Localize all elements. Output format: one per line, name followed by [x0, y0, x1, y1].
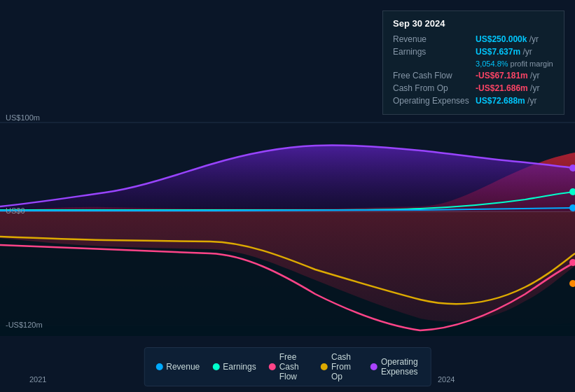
x-label-2021: 2021	[29, 375, 46, 384]
y-label-120m: -US$120m	[6, 321, 43, 329]
legend-label-revenue: Revenue	[166, 362, 200, 372]
tooltip-value-opex: US$72.688m /yr	[476, 94, 554, 107]
legend-label-cashop: Cash From Op	[331, 352, 358, 382]
chart-legend: Revenue Earnings Free Cash Flow Cash Fro…	[144, 347, 431, 386]
legend-item-opex[interactable]: Operating Expenses	[370, 352, 420, 382]
tooltip-label-revenue: Revenue	[393, 33, 476, 46]
legend-item-cashop[interactable]: Cash From Op	[321, 352, 358, 382]
tooltip-label-earnings: Earnings	[393, 46, 476, 58]
tooltip-value-cashop: -US$21.686m /yr	[476, 82, 554, 94]
legend-dot-revenue	[155, 363, 162, 370]
tooltip-label-fcf: Free Cash Flow	[393, 69, 476, 82]
tooltip-value-fcf: -US$67.181m /yr	[476, 69, 554, 82]
tooltip-value-margin: 3,054.8% profit margin	[476, 58, 554, 69]
tooltip-row-revenue: Revenue US$250.000k /yr	[393, 33, 554, 46]
legend-item-revenue[interactable]: Revenue	[155, 352, 200, 382]
legend-label-opex: Operating Expenses	[381, 357, 420, 377]
y-label-0: US$0	[6, 206, 25, 215]
tooltip-label-cashop: Cash From Op	[393, 82, 476, 94]
legend-label-earnings: Earnings	[223, 362, 256, 372]
y-label-100m: US$100m	[6, 113, 40, 122]
tooltip-row-earnings: Earnings US$7.637m /yr	[393, 46, 554, 58]
tooltip-row-cashop: Cash From Op -US$21.686m /yr	[393, 82, 554, 94]
legend-item-fcf[interactable]: Free Cash Flow	[269, 352, 308, 382]
tooltip-value-revenue: US$250.000k /yr	[476, 33, 554, 46]
legend-item-earnings[interactable]: Earnings	[212, 352, 256, 382]
tooltip-label-opex: Operating Expenses	[393, 94, 476, 107]
legend-dot-opex	[370, 363, 377, 370]
legend-dot-fcf	[269, 363, 276, 370]
legend-dot-cashop	[321, 363, 328, 370]
tooltip-label-margin	[393, 58, 476, 69]
tooltip-date: Sep 30 2024	[393, 18, 554, 29]
tooltip-value-earnings: US$7.637m /yr	[476, 46, 554, 58]
tooltip-row-fcf: Free Cash Flow -US$67.181m /yr	[393, 69, 554, 82]
legend-dot-earnings	[212, 363, 219, 370]
legend-label-fcf: Free Cash Flow	[279, 352, 308, 382]
tooltip-row-margin: 3,054.8% profit margin	[393, 58, 554, 69]
x-label-2024: 2024	[438, 375, 455, 384]
tooltip-row-opex: Operating Expenses US$72.688m /yr	[393, 94, 554, 107]
tooltip-panel: Sep 30 2024 Revenue US$250.000k /yr Earn…	[382, 10, 564, 115]
